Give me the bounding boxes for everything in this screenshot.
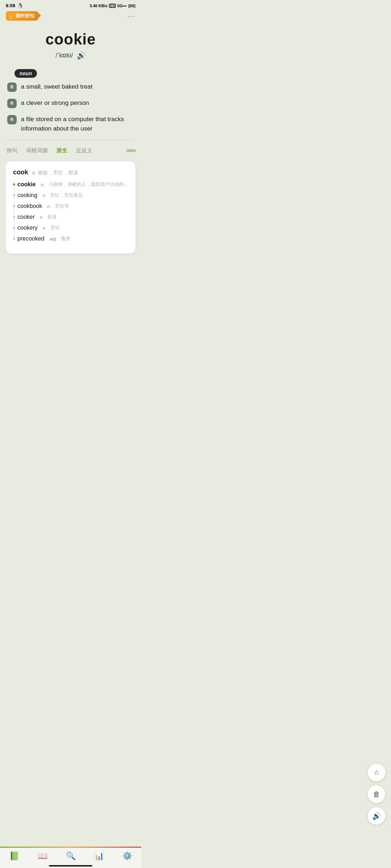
status-right: 3.40 KB/s HD 5G▪▪▪ [60]	[90, 4, 136, 8]
def-text-2: a clever or strong person	[21, 98, 134, 108]
family-pos-cookbook: n.	[47, 204, 51, 209]
family-item-cookie[interactable]: cookie n. 小甜饼，强硬的人，跟踪用户活动的...	[13, 181, 128, 188]
family-trans-cooking: 烹饪，烹饪食品	[50, 192, 83, 199]
word-header: cookie /ˈkʊki/ 🔊	[0, 24, 141, 63]
family-items-wrapper: cookie n. 小甜饼，强硬的人，跟踪用户活动的... cooking n.…	[13, 181, 128, 242]
r-badge-3: R	[7, 115, 17, 124]
status-left: 6:59 🐧	[6, 3, 23, 8]
r-badge-1: R	[7, 82, 17, 92]
family-trans-cookbook: 烹饪书	[55, 203, 69, 209]
definition-item-1: R a small, sweet baked treat	[7, 82, 134, 92]
word-family-card: cook v. 做饭，烹饪，密谋 cookie n. 小甜饼，强硬的人，跟踪用户…	[6, 161, 135, 254]
bottom-spacer	[0, 254, 141, 304]
family-item-cooking[interactable]: cooking n. 烹饪，烹饪食品	[13, 192, 128, 199]
more-button[interactable]: ···	[127, 12, 135, 20]
tencent-icon: 🐧	[17, 3, 23, 8]
family-word-cookie: cookie	[17, 181, 36, 188]
family-root-pos: v.	[32, 170, 36, 175]
family-root[interactable]: cook v. 做饭，烹饪，密谋	[13, 169, 128, 176]
family-item-cookery[interactable]: cookery n. 烹饪	[13, 225, 128, 231]
tab-examples[interactable]: 例句	[6, 146, 18, 156]
family-trans-cookie: 小甜饼，强硬的人，跟踪用户活动的...	[49, 181, 128, 188]
word-title: cookie	[7, 31, 134, 48]
tab-bar: 例句 词根词缀 派生 近反义 >>>	[0, 146, 141, 156]
status-time: 6:59	[6, 3, 15, 8]
tab-roots[interactable]: 词根词缀	[25, 146, 49, 156]
phonetic-row: /ˈkʊki/ 🔊	[7, 51, 134, 60]
family-trans-cooker: 炊具	[47, 214, 57, 220]
family-word-cookery: cookery	[17, 225, 38, 231]
definition-item-2: R a clever or strong person	[7, 98, 134, 108]
hd-badge: HD	[109, 4, 116, 8]
definitions: R a small, sweet baked treat R a clever …	[0, 82, 141, 133]
family-pos-cookie: n.	[41, 182, 45, 187]
crown-icon: 👑	[8, 13, 14, 19]
tab-synonyms[interactable]: 近反义	[75, 146, 93, 156]
family-item-cookbook[interactable]: cookbook n. 烹饪书	[13, 203, 128, 209]
promo-text: 限时折扣	[16, 13, 34, 19]
sound-icon[interactable]: 🔊	[77, 51, 86, 60]
family-pos-cooker: n.	[40, 214, 44, 220]
divider-1	[7, 140, 134, 140]
network-speed: 3.40 KB/s	[90, 4, 108, 8]
def-text-1: a small, sweet baked treat	[21, 82, 134, 92]
family-item-cooker[interactable]: cooker n. 炊具	[13, 214, 128, 220]
battery-icon: [60]	[128, 4, 135, 8]
family-trans-cookery: 烹饪	[50, 225, 60, 231]
family-word-cooker: cooker	[17, 214, 35, 220]
family-word-cooking: cooking	[17, 192, 37, 199]
def-text-3: a file stored on a computer that tracks …	[21, 115, 134, 133]
family-pos-cooking: n.	[42, 193, 46, 198]
family-root-trans: 做饭，烹饪，密谋	[38, 170, 78, 175]
tab-derivatives[interactable]: 派生	[56, 146, 68, 156]
promo-badge[interactable]: 👑 限时折扣	[6, 11, 38, 21]
r-badge-2: R	[7, 99, 17, 108]
family-pos-precooked: adj.	[50, 236, 57, 242]
signal-icon: 5G▪▪▪	[117, 4, 127, 8]
phonetic-text: /ˈkʊki/	[55, 51, 73, 59]
family-line	[14, 181, 14, 242]
pos-badge: noun	[14, 69, 37, 78]
family-root-word: cook	[13, 169, 28, 176]
definition-item-3: R a file stored on a computer that track…	[7, 115, 134, 133]
family-pos-cookery: n.	[43, 225, 47, 231]
pos-container: noun	[0, 63, 141, 82]
family-word-cookbook: cookbook	[17, 203, 42, 209]
family-word-precooked: precooked	[17, 235, 45, 242]
tab-more[interactable]: >>>	[126, 148, 135, 154]
top-bar: 👑 限时折扣 ···	[0, 10, 141, 24]
family-item-precooked[interactable]: precooked adj. 预煮	[13, 235, 128, 242]
status-bar: 6:59 🐧 3.40 KB/s HD 5G▪▪▪ [60]	[0, 0, 141, 10]
family-trans-precooked: 预煮	[61, 235, 70, 242]
